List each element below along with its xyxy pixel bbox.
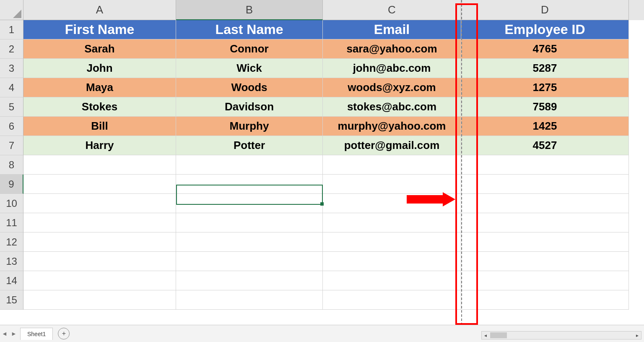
cell-A5[interactable]: Stokes (23, 97, 176, 117)
cell-C9[interactable] (323, 175, 461, 194)
row-header-3[interactable]: 3 (0, 59, 23, 78)
cell-D8[interactable] (461, 155, 629, 175)
cell-A7[interactable]: Harry (23, 136, 176, 155)
cell-D12[interactable] (461, 232, 629, 252)
cell-D2[interactable]: 4765 (461, 39, 629, 59)
cell-B8[interactable] (176, 155, 323, 175)
cell-B3[interactable]: Wick (176, 59, 323, 78)
cell-A12[interactable] (23, 232, 176, 252)
cell-A15[interactable] (23, 290, 176, 310)
row-header-14[interactable]: 14 (0, 271, 23, 290)
cell-B11[interactable] (176, 213, 323, 232)
cell-C12[interactable] (323, 232, 461, 252)
cell-B12[interactable] (176, 232, 323, 252)
cell-C13[interactable] (323, 252, 461, 271)
cell-C4[interactable]: woods@xyz.com (323, 78, 461, 97)
cell-D10[interactable] (461, 194, 629, 213)
row-header-1[interactable]: 1 (0, 20, 23, 39)
col-header-B[interactable]: B (176, 0, 323, 20)
cell-D1[interactable]: Employee ID (461, 20, 629, 39)
row-14: 14 (0, 271, 644, 290)
cell-D13[interactable] (461, 252, 629, 271)
row-header-11[interactable]: 11 (0, 213, 23, 232)
row-header-12[interactable]: 12 (0, 232, 23, 252)
scrollbar-thumb[interactable] (490, 332, 507, 338)
cell-C11[interactable] (323, 213, 461, 232)
cell-D4[interactable]: 1275 (461, 78, 629, 97)
cell-C5[interactable]: stokes@abc.com (323, 97, 461, 117)
cell-A10[interactable] (23, 194, 176, 213)
column-header-row: A B C D (0, 0, 644, 20)
horizontal-scrollbar[interactable]: ◄ ► (481, 331, 641, 339)
cell-B1[interactable]: Last Name (176, 20, 323, 39)
tab-scroll-left-icon[interactable]: ◄ (0, 325, 9, 342)
cell-A8[interactable] (23, 155, 176, 175)
row-6: 6 Bill Murphy murphy@yahoo.com 1425 (0, 117, 644, 136)
row-3: 3 John Wick john@abc.com 5287 (0, 59, 644, 78)
row-9: 9 (0, 175, 644, 194)
row-header-8[interactable]: 8 (0, 155, 23, 175)
row-header-7[interactable]: 7 (0, 136, 23, 155)
cell-B5[interactable]: Davidson (176, 97, 323, 117)
cell-C8[interactable] (323, 155, 461, 175)
row-header-5[interactable]: 5 (0, 97, 23, 117)
row-2: 2 Sarah Connor sara@yahoo.com 4765 (0, 39, 644, 59)
cell-B15[interactable] (176, 290, 323, 310)
row-1: 1 First Name Last Name Email Employee ID (0, 20, 644, 39)
row-header-10[interactable]: 10 (0, 194, 23, 213)
cell-C3[interactable]: john@abc.com (323, 59, 461, 78)
cell-B14[interactable] (176, 271, 323, 290)
row-11: 11 (0, 213, 644, 232)
cell-D15[interactable] (461, 290, 629, 310)
cell-C2[interactable]: sara@yahoo.com (323, 39, 461, 59)
col-header-A[interactable]: A (23, 0, 176, 20)
cell-C7[interactable]: potter@gmail.com (323, 136, 461, 155)
cell-B10[interactable] (176, 194, 323, 213)
add-sheet-button[interactable]: + (58, 328, 70, 339)
cell-B13[interactable] (176, 252, 323, 271)
row-header-15[interactable]: 15 (0, 290, 23, 310)
tab-scroll-right-icon[interactable]: ► (9, 325, 18, 342)
cell-D14[interactable] (461, 271, 629, 290)
scroll-right-icon[interactable]: ► (634, 332, 641, 339)
cell-D3[interactable]: 5287 (461, 59, 629, 78)
sheet-tab-bar: ◄ ► Sheet1 + ◄ ► (0, 325, 644, 342)
cell-D7[interactable]: 4527 (461, 136, 629, 155)
cell-B9[interactable] (176, 175, 323, 194)
cell-A6[interactable]: Bill (23, 117, 176, 136)
cell-C6[interactable]: murphy@yahoo.com (323, 117, 461, 136)
row-10: 10 (0, 194, 644, 213)
col-header-C[interactable]: C (323, 0, 461, 20)
cell-A13[interactable] (23, 252, 176, 271)
select-all-corner[interactable] (0, 0, 23, 20)
cell-B7[interactable]: Potter (176, 136, 323, 155)
cell-D5[interactable]: 7589 (461, 97, 629, 117)
scroll-left-icon[interactable]: ◄ (482, 332, 489, 339)
row-header-2[interactable]: 2 (0, 39, 23, 59)
cell-C15[interactable] (323, 290, 461, 310)
row-header-9[interactable]: 9 (0, 175, 23, 194)
cell-A14[interactable] (23, 271, 176, 290)
cell-A1[interactable]: First Name (23, 20, 176, 39)
row-15: 15 (0, 290, 644, 310)
cell-B2[interactable]: Connor (176, 39, 323, 59)
cell-C14[interactable] (323, 271, 461, 290)
cell-D9[interactable] (461, 175, 629, 194)
cell-C1[interactable]: Email (323, 20, 461, 39)
cell-A4[interactable]: Maya (23, 78, 176, 97)
col-header-D[interactable]: D (461, 0, 629, 20)
row-header-4[interactable]: 4 (0, 78, 23, 97)
row-7: 7 Harry Potter potter@gmail.com 4527 (0, 136, 644, 155)
cell-B6[interactable]: Murphy (176, 117, 323, 136)
cell-A11[interactable] (23, 213, 176, 232)
cell-D11[interactable] (461, 213, 629, 232)
cell-A9[interactable] (23, 175, 176, 194)
cell-C10[interactable] (323, 194, 461, 213)
cell-D6[interactable]: 1425 (461, 117, 629, 136)
cell-A3[interactable]: John (23, 59, 176, 78)
cell-B4[interactable]: Woods (176, 78, 323, 97)
cell-A2[interactable]: Sarah (23, 39, 176, 59)
row-header-6[interactable]: 6 (0, 117, 23, 136)
sheet-tab-sheet1[interactable]: Sheet1 (20, 328, 53, 340)
row-header-13[interactable]: 13 (0, 252, 23, 271)
